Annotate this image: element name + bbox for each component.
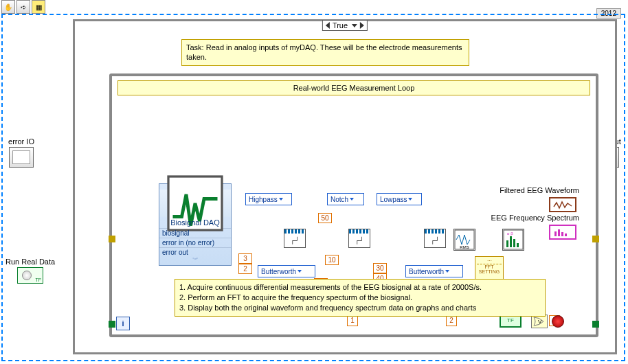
notch-enum[interactable]: Notch xyxy=(327,193,364,205)
butterworth-enum-2[interactable]: Butterworth xyxy=(405,265,463,277)
svg-rect-4 xyxy=(506,240,508,247)
svg-text:V: V xyxy=(538,319,542,325)
svg-rect-12 xyxy=(565,234,567,236)
case-value[interactable]: True xyxy=(333,21,348,30)
note-line: 1. Acquire continuous differential measu… xyxy=(179,282,541,293)
spectrum-graph-indicator[interactable] xyxy=(549,225,576,240)
svg-rect-9 xyxy=(554,231,557,236)
numeric-constant[interactable]: 10 xyxy=(325,255,339,265)
chevron-down-icon xyxy=(350,198,354,201)
cluster-icon[interactable] xyxy=(9,147,34,168)
svg-rect-7 xyxy=(517,243,519,247)
spectrum-label: EEG Frequency Spectrum xyxy=(476,214,579,222)
svg-rect-10 xyxy=(558,229,560,236)
tunnel xyxy=(109,236,115,242)
numeric-constant[interactable]: 50 xyxy=(318,213,332,223)
lowpass-filter-vi[interactable]: ┌┘ xyxy=(424,229,446,248)
case-selector[interactable]: True xyxy=(322,20,368,31)
svg-rect-6 xyxy=(513,239,515,247)
notes-comment: 1. Acquire continuous differential measu… xyxy=(175,279,546,317)
filtered-waveform-label: Filtered EEG Waveform xyxy=(483,186,579,194)
svg-rect-11 xyxy=(561,232,563,236)
biosignal-daq-vi[interactable]: ︽ Biosignal DAQ biosignal error in (no e… xyxy=(159,183,232,266)
note-line: 3. Display both the original waveform an… xyxy=(179,303,541,313)
numeric-constant[interactable]: 3 xyxy=(238,253,252,264)
toolbar: ✋ ➪ ▦ xyxy=(1,0,45,14)
run-real-data-control: Run Real Data TF xyxy=(5,258,55,285)
daq-terminal[interactable]: error out xyxy=(159,247,231,257)
tunnel xyxy=(592,236,599,242)
seq-marker-2: 2 xyxy=(446,315,457,326)
chevron-down-icon xyxy=(298,270,302,273)
case-structure[interactable]: True Task: Read in analog inputs of myDA… xyxy=(73,19,617,354)
note-line: 2. Perform an FFT to acquire the frequen… xyxy=(179,293,541,303)
loop-stop-terminal[interactable] xyxy=(552,315,564,328)
error-in-terminal: error IO xyxy=(4,137,38,169)
svg-rect-5 xyxy=(510,236,512,247)
fft-setting-constant[interactable]: ⋯ FFT SETTING xyxy=(475,256,504,281)
case-prev-icon[interactable] xyxy=(326,22,330,29)
highlight-tool-icon[interactable]: ▦ xyxy=(32,0,45,14)
terminal-label: error IO xyxy=(4,137,38,146)
tunnel xyxy=(109,321,115,328)
boolean-control[interactable]: TF xyxy=(17,267,43,284)
numeric-constant[interactable]: 2 xyxy=(238,264,252,274)
filter-icon: ┌┘ xyxy=(286,235,304,246)
arrow-tool-icon[interactable]: ➪ xyxy=(16,0,30,14)
loop-title: Real-world EEG Measurement Loop xyxy=(117,80,590,95)
or-gate[interactable]: V xyxy=(531,315,548,328)
iteration-terminal[interactable]: i xyxy=(116,317,130,330)
chevron-down-icon xyxy=(279,198,283,201)
control-label: Run Real Data xyxy=(5,258,55,266)
seq-marker-1: 1 xyxy=(347,315,358,326)
block-diagram-canvas: ✋ ➪ ▦ 2012 error IO error out Run Real D… xyxy=(0,0,628,364)
filter-icon: ┌┘ xyxy=(426,235,444,246)
chevron-down-icon[interactable]: ︾ xyxy=(159,257,231,262)
hand-tool-icon[interactable]: ✋ xyxy=(1,0,15,14)
rms-vi[interactable]: RMS xyxy=(453,229,475,251)
daq-icon xyxy=(159,190,231,217)
filter-icon: ┌┘ xyxy=(350,235,368,246)
spectrum-vi[interactable]: α β xyxy=(502,229,524,251)
tunnel xyxy=(592,321,599,328)
task-comment: Task: Read in analog inputs of myDAQ. Th… xyxy=(181,39,469,66)
chevron-down-icon xyxy=(408,198,412,201)
highpass-filter-vi[interactable]: ┌┘ xyxy=(284,229,306,248)
highpass-enum[interactable]: Highpass xyxy=(245,193,292,205)
case-next-icon[interactable] xyxy=(360,22,364,29)
notch-filter-vi[interactable]: ┌┘ xyxy=(348,229,370,248)
chevron-down-icon[interactable] xyxy=(352,24,357,27)
chevron-down-icon xyxy=(445,270,449,273)
numeric-constant[interactable]: 30 xyxy=(373,263,387,273)
svg-text:RMS: RMS xyxy=(460,245,469,249)
lowpass-enum[interactable]: Lowpass xyxy=(377,193,422,205)
waveform-graph-indicator[interactable] xyxy=(549,197,576,212)
hp-params: 3 2 xyxy=(238,253,252,274)
butterworth-enum-1[interactable]: Butterworth xyxy=(258,265,315,277)
svg-text:α β: α β xyxy=(507,231,513,236)
daq-terminal[interactable]: error in (no error) xyxy=(159,238,231,247)
